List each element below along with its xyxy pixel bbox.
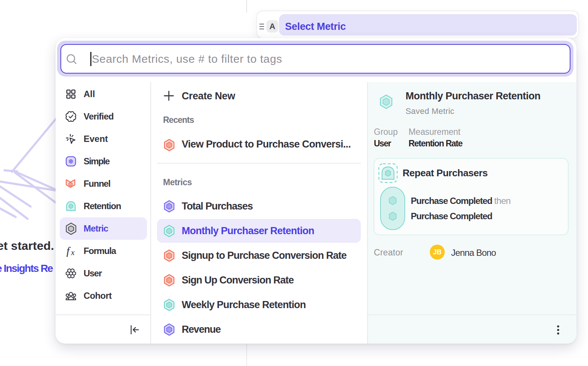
svg-text:f: f <box>66 246 71 257</box>
svg-text:x: x <box>71 248 75 257</box>
